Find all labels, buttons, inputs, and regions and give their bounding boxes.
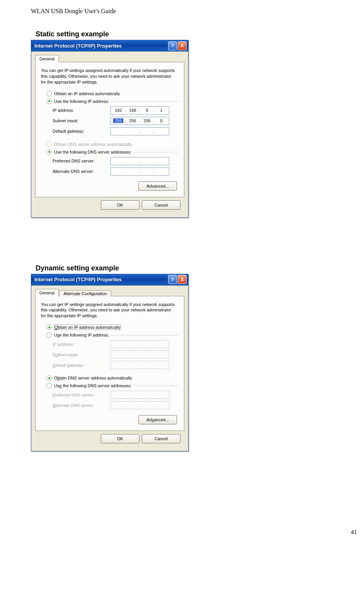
label-alternate-dns: Alternate DNS server: [53,403,111,408]
radio-icon [46,383,52,388]
advanced-button[interactable]: Advanced... [138,415,177,424]
help-icon[interactable]: ? [168,41,177,50]
ip-octet: 168 [128,108,138,113]
dialog-title: Internet Protocol (TCP/IP) Properties [34,43,167,49]
cancel-button[interactable]: Cancel [142,434,180,443]
ip-octet: 0 [142,108,152,113]
alternate-dns-input[interactable]: ... [111,167,169,176]
ip-octet: 255 [142,118,152,123]
tab-general[interactable]: General [35,289,59,296]
groupbox-line [133,152,179,152]
radio-label: Use the following IP address: [54,99,109,104]
subnet-mask-input[interactable]: 255. 255. 255. 0 [111,117,169,125]
radio-label: Obtain DNS server address automatically [54,376,132,380]
preferred-dns-input[interactable]: ... [111,157,169,165]
document-header: WLAN USB Dongle User's Guide [31,8,333,15]
tab-alternate-configuration[interactable]: Alternate Configuration [59,290,111,297]
groupbox-line [133,386,179,386]
ok-button[interactable]: OK [101,200,139,210]
close-icon[interactable]: X [178,275,187,284]
radio-icon [46,375,52,381]
label-subnet-mask: Subnet mask: [53,352,111,357]
radio-use-following-dns[interactable]: Use the following DNS server addresses: [46,383,132,388]
cancel-button[interactable]: Cancel [142,200,180,210]
section-title-static: Static setting example [36,30,333,38]
groupbox-line [111,335,179,335]
radio-label: Obtain DNS server address automatically [54,142,132,147]
ip-address-input[interactable]: 192. 168. 0. 1 [111,106,169,115]
radio-label: Use the following DNS server addresses: [54,150,132,154]
radio-icon [46,91,52,96]
radio-label: Use the following DNS server addresses: [54,383,132,388]
alternate-dns-input: ... [111,401,169,409]
radio-icon [46,325,52,330]
radio-icon [46,332,52,338]
label-preferred-dns: Preferred DNS server: [53,159,111,163]
groupbox-line [111,101,179,102]
radio-icon [46,149,52,155]
label-alternate-dns: Alternate DNS server: [53,169,111,174]
radio-label: Obtain an IP address automatically [54,91,120,96]
radio-use-following-ip[interactable]: Use the following IP address: [46,332,109,338]
tab-general[interactable]: General [35,55,59,62]
preferred-dns-input: ... [111,391,169,399]
close-icon[interactable]: X [178,41,187,50]
radio-obtain-ip-auto[interactable]: Obtain an IP address automatically [41,90,179,97]
tcpip-properties-dialog-static: Internet Protocol (TCP/IP) Properties ? … [31,40,189,218]
radio-label: Use the following IP address: [54,333,109,337]
ip-address-input: ... [111,340,169,348]
subnet-mask-input: ... [111,350,169,359]
section-title-dynamic: Dynamic setting example [36,264,333,272]
radio-icon [46,142,52,147]
radio-obtain-dns-auto: Obtain DNS server address automatically [41,140,179,148]
label-ip-address: IP address: [53,342,111,347]
radio-label: Obtain an IP address automatically [54,325,121,330]
ip-octet: 192 [113,108,123,113]
ip-octet: 255 [128,118,138,123]
advanced-button[interactable]: Advanced... [138,181,177,191]
label-preferred-dns: Preferred DNS server: [53,393,111,397]
titlebar: Internet Protocol (TCP/IP) Properties ? … [31,274,188,285]
radio-icon [46,99,52,104]
radio-use-following-dns[interactable]: Use the following DNS server addresses: [46,149,132,155]
radio-obtain-dns-auto[interactable]: Obtain DNS server address automatically [41,374,179,382]
label-default-gateway: Default gateway: [53,363,111,367]
ip-octet: 255 [113,118,123,123]
label-subnet-mask: Subnet mask: [53,118,111,123]
help-icon[interactable]: ? [168,275,177,284]
radio-use-following-ip[interactable]: Use the following IP address: [46,99,109,104]
page-number: 41 [0,513,364,540]
ip-octet: 0 [156,118,167,123]
dialog-description: You can get IP settings assigned automat… [41,67,179,90]
ok-button[interactable]: OK [101,434,139,443]
dialog-description: You can get IP settings assigned automat… [41,301,179,324]
ip-octet: 1 [156,108,167,113]
label-ip-address: IP address: [53,108,111,113]
titlebar: Internet Protocol (TCP/IP) Properties ? … [31,40,188,51]
default-gateway-input: ... [111,361,169,369]
radio-obtain-ip-auto[interactable]: Obtain an IP address automatically [41,323,179,331]
default-gateway-input[interactable]: . . . [111,127,169,135]
label-default-gateway: Default gateway: [53,129,111,133]
tcpip-properties-dialog-dynamic: Internet Protocol (TCP/IP) Properties ? … [31,274,189,452]
dialog-title: Internet Protocol (TCP/IP) Properties [34,277,167,282]
